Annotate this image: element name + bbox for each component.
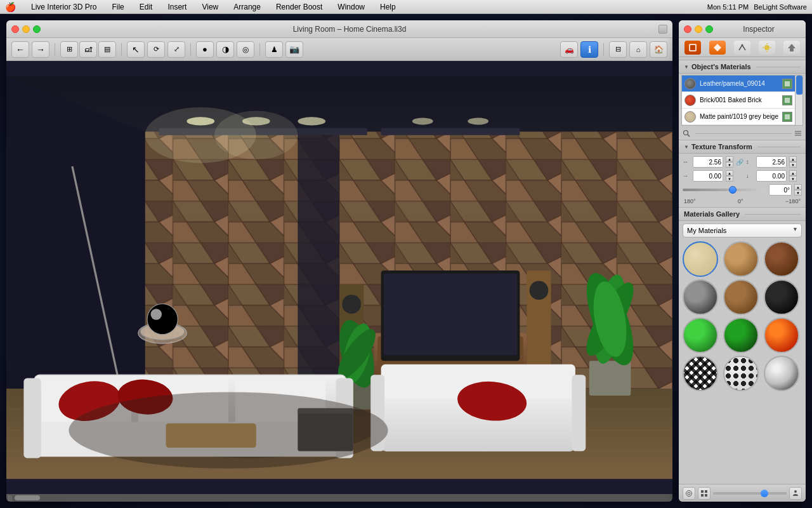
scale-w-stepper[interactable]: ▲ ▼ <box>726 156 733 168</box>
angle-down[interactable]: ▼ <box>794 190 802 196</box>
snapshot-button[interactable]: 📷 <box>285 41 303 58</box>
angle-stepper[interactable]: ▲ ▼ <box>794 184 802 196</box>
offset-y-stepper[interactable]: ▲ ▼ <box>789 170 797 182</box>
tab-object[interactable] <box>709 41 726 55</box>
inspector-minimize-button[interactable] <box>695 25 702 33</box>
menu-arrange[interactable]: Arrange <box>231 3 263 11</box>
inspector-maximize-button[interactable] <box>705 25 713 33</box>
menu-edit[interactable]: Edit <box>137 3 155 11</box>
inspector-tabs <box>679 38 806 57</box>
info-button[interactable]: ℹ <box>580 41 598 58</box>
gallery-item-6[interactable] <box>683 318 718 353</box>
menu-icon[interactable] <box>794 130 802 137</box>
tab-texture[interactable] <box>734 41 750 55</box>
offset-x-up[interactable]: ▲ <box>726 170 733 176</box>
gallery-item-8[interactable] <box>764 318 799 353</box>
h-scrollbar-thumb[interactable] <box>15 495 40 500</box>
menu-window[interactable]: Window <box>335 3 367 11</box>
material-item-0[interactable]: Leather/pamela_09014 <box>682 76 795 92</box>
section-toggle-materials[interactable]: ▼ <box>684 64 689 70</box>
materials-scrollbar[interactable] <box>795 76 802 125</box>
gallery-item-1[interactable] <box>723 241 759 277</box>
3d-view-button[interactable]: ⌂ <box>629 41 647 58</box>
offset-x-input[interactable] <box>693 170 723 182</box>
gallery-item-11[interactable] <box>764 356 799 391</box>
angle-slider-thumb[interactable] <box>729 186 737 194</box>
offset-x-stepper[interactable]: ▲ ▼ <box>726 170 733 182</box>
svg-rect-94 <box>701 490 704 493</box>
offset-x-down[interactable]: ▼ <box>726 176 733 182</box>
gallery-item-0[interactable] <box>683 241 718 277</box>
menu-file[interactable]: File <box>109 3 126 11</box>
menu-app[interactable]: Live Interior 3D Pro <box>29 3 99 11</box>
half-sphere-button[interactable]: ◑ <box>216 41 234 58</box>
gallery-item-3[interactable] <box>683 279 718 315</box>
tab-materials[interactable] <box>684 41 701 55</box>
window-expand-button[interactable] <box>658 25 667 34</box>
zoom-slider-thumb[interactable] <box>761 490 768 497</box>
gallery-item-9[interactable] <box>683 356 718 391</box>
bottom-settings-button[interactable] <box>683 487 695 500</box>
svg-rect-95 <box>705 490 707 493</box>
inspector-titlebar: Inspector <box>679 20 806 38</box>
horizontal-scrollbar[interactable]: ||| <box>6 494 672 502</box>
gallery-item-2[interactable] <box>764 241 799 277</box>
home-view-button[interactable]: 🏠 <box>650 41 667 58</box>
furniture-button[interactable]: 🛋 <box>79 41 97 58</box>
close-button[interactable] <box>11 25 19 33</box>
section-toggle-texture[interactable]: ▼ <box>684 144 689 150</box>
bottom-person-button[interactable] <box>789 487 802 500</box>
tab-scene[interactable] <box>783 41 800 55</box>
scale-h-down[interactable]: ▼ <box>789 162 797 168</box>
texture-transform-header: ▼ Texture Transform <box>679 140 806 154</box>
offset-y-input[interactable] <box>756 170 787 182</box>
sphere-button[interactable]: ● <box>196 41 214 58</box>
grid-view-button[interactable]: ⊟ <box>609 41 627 58</box>
scale-h-up[interactable]: ▲ <box>789 156 797 162</box>
window-titlebar: Living Room – Home Cinema.li3d <box>6 20 672 38</box>
menu-view[interactable]: View <box>199 3 221 11</box>
gallery-item-4[interactable] <box>723 279 759 315</box>
camera-rotate-button[interactable]: ◎ <box>237 41 254 58</box>
zoom-slider-container[interactable] <box>713 492 787 495</box>
apple-menu[interactable]: 🍎 <box>5 2 16 12</box>
menu-render[interactable]: Render Boost <box>273 3 325 11</box>
floor-plan-button[interactable]: ⊞ <box>60 41 78 58</box>
walls-button[interactable]: ▤ <box>98 41 116 58</box>
nav-back-button[interactable]: ← <box>11 41 29 58</box>
gallery-item-10[interactable] <box>723 356 759 391</box>
gallery-item-7[interactable] <box>723 318 759 353</box>
angle-slider-container[interactable] <box>683 185 766 195</box>
link-icon[interactable]: 🔗 <box>736 159 743 166</box>
scale-h-stepper[interactable]: ▲ ▼ <box>789 156 797 168</box>
scale-w-down[interactable]: ▼ <box>726 162 733 168</box>
viewport[interactable] <box>6 61 672 494</box>
scale-h-input[interactable] <box>756 156 787 168</box>
bottom-grid-button[interactable] <box>698 487 710 500</box>
inspector-panel: Inspector ▼ Object's M <box>679 20 806 502</box>
inspector-close-button[interactable] <box>684 25 691 33</box>
offset-y-up[interactable]: ▲ <box>789 170 797 176</box>
angle-up[interactable]: ▲ <box>794 184 802 190</box>
minimize-button[interactable] <box>22 25 30 33</box>
nav-forward-button[interactable]: → <box>32 41 49 58</box>
select-tool-button[interactable]: ↖ <box>127 41 145 58</box>
angle-input[interactable] <box>769 184 792 196</box>
car-button[interactable]: 🚗 <box>560 41 578 58</box>
scale-w-input[interactable] <box>693 156 723 168</box>
mat-scroll-thumb[interactable] <box>796 76 802 95</box>
gallery-item-5[interactable] <box>764 279 799 315</box>
menu-time: Mon 5:11 PM <box>707 3 749 11</box>
material-item-1[interactable]: Brick/001 Baked Brick <box>682 92 795 109</box>
menu-help[interactable]: Help <box>377 3 398 11</box>
resize-tool-button[interactable]: ⤢ <box>167 41 185 58</box>
menu-insert[interactable]: Insert <box>165 3 189 11</box>
figure-button[interactable]: ♟ <box>265 41 283 58</box>
tab-light[interactable] <box>759 41 775 55</box>
maximize-button[interactable] <box>33 25 41 33</box>
scale-w-up[interactable]: ▲ <box>726 156 733 162</box>
rotate-tool-button[interactable]: ⟳ <box>147 41 165 58</box>
material-item-2[interactable]: Matte paint/1019 grey beige <box>682 109 795 125</box>
gallery-dropdown[interactable]: My Materials All Materials Favorites <box>683 224 802 237</box>
offset-y-down[interactable]: ▼ <box>789 176 797 182</box>
